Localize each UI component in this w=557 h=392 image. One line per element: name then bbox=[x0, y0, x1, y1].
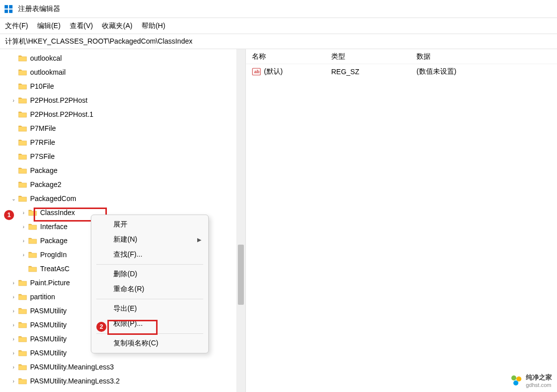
tree-item[interactable]: ›PASMUtility.MeaningLess3.2 bbox=[0, 374, 245, 388]
tree-item-label: ProgIdIn bbox=[40, 251, 67, 259]
ctx-export[interactable]: 导出(E) bbox=[91, 301, 208, 316]
tree-item[interactable]: P10File bbox=[0, 79, 245, 93]
tree-item-label: Package bbox=[40, 237, 67, 245]
context-menu: 展开 新建(N)▶ 查找(F)... 删除(D) 重命名(R) 导出(E) 权限… bbox=[91, 215, 209, 353]
ctx-separator bbox=[96, 264, 203, 265]
menu-view[interactable]: 查看(V) bbox=[70, 22, 93, 31]
tree-item[interactable]: outlookmail bbox=[0, 65, 245, 79]
scrollbar-thumb[interactable] bbox=[238, 245, 244, 305]
window-title: 注册表编辑器 bbox=[18, 5, 60, 14]
tree-expander-icon[interactable]: › bbox=[10, 321, 17, 328]
tree-item[interactable]: P7RFile bbox=[0, 135, 245, 149]
tree-item-label: P7MFile bbox=[30, 124, 56, 132]
value-type: REG_SZ bbox=[331, 68, 416, 76]
tree-item[interactable]: outlookcal bbox=[0, 51, 245, 65]
watermark: 纯净之家 gdhst.com bbox=[510, 373, 552, 388]
ctx-permissions[interactable]: 权限(P)... bbox=[91, 316, 208, 331]
tree-expander-icon[interactable]: ⌄ bbox=[10, 195, 17, 202]
titlebar: 注册表编辑器 bbox=[0, 0, 557, 18]
menu-file[interactable]: 文件(F) bbox=[5, 22, 28, 31]
tree-item-label: Paint.Picture bbox=[30, 279, 70, 287]
list-row[interactable]: ab (默认) REG_SZ (数值未设置) bbox=[246, 64, 557, 79]
tree-item-label: Interface bbox=[40, 223, 67, 231]
value-name: (默认) bbox=[264, 67, 283, 76]
tree-item-label: outlookmail bbox=[30, 68, 66, 76]
tree-expander-icon[interactable]: › bbox=[10, 363, 17, 370]
watermark-logo-icon bbox=[510, 374, 523, 387]
svg-rect-1 bbox=[9, 5, 13, 9]
tree-item-label: PASMUtility.MeaningLess3 bbox=[30, 363, 114, 371]
tree-item-label: P2PHost.P2PHost.1 bbox=[30, 110, 93, 118]
ctx-find[interactable]: 查找(F)... bbox=[91, 247, 208, 262]
tree-expander-icon[interactable]: › bbox=[20, 223, 27, 230]
tree-item[interactable]: ›P2PHost.P2PHost bbox=[0, 93, 245, 107]
tree-expander-icon[interactable]: › bbox=[20, 209, 27, 216]
tree-expander-icon[interactable]: › bbox=[10, 307, 17, 314]
tree-item[interactable]: Package bbox=[0, 163, 245, 177]
tree-expander-icon[interactable]: › bbox=[20, 237, 27, 244]
tree-item-label: partition bbox=[30, 293, 55, 301]
ctx-separator bbox=[96, 299, 203, 299]
tree-item[interactable]: ⌄PackagedCom bbox=[0, 191, 245, 206]
column-type[interactable]: 类型 bbox=[331, 52, 416, 61]
tree-expander-icon[interactable]: › bbox=[20, 251, 27, 258]
tree-expander-icon[interactable]: › bbox=[10, 293, 17, 300]
list-header: 名称 类型 数据 bbox=[246, 49, 557, 64]
addressbar[interactable]: 计算机\HKEY_CLASSES_ROOT\PackagedCom\ClassI… bbox=[0, 34, 557, 49]
tree-item[interactable]: Package2 bbox=[0, 177, 245, 191]
menu-edit[interactable]: 编辑(E) bbox=[37, 22, 61, 31]
annotation-marker-2: 2 bbox=[96, 322, 106, 332]
ctx-delete[interactable]: 删除(D) bbox=[91, 267, 208, 282]
tree-item-label: PASMUtility bbox=[30, 335, 67, 343]
tree-item-label: outlookcal bbox=[30, 54, 62, 62]
tree-item-label: P10File bbox=[30, 82, 54, 90]
tree-expander-icon[interactable]: › bbox=[10, 335, 17, 342]
ctx-rename[interactable]: 重命名(R) bbox=[91, 282, 208, 297]
svg-point-6 bbox=[511, 375, 516, 380]
tree-item[interactable]: ›PASMUtility.MeaningLess3 bbox=[0, 360, 245, 374]
ctx-copy-key-name[interactable]: 复制项名称(C) bbox=[91, 336, 208, 351]
tree-item-label: PASMUtility bbox=[30, 349, 67, 357]
tree-expander-icon[interactable]: › bbox=[10, 97, 17, 104]
main-area: outlookcaloutlookmailP10File›P2PHost.P2P… bbox=[0, 49, 557, 392]
tree-item-label: P7SFile bbox=[30, 152, 55, 160]
tree-item-label: Package bbox=[30, 166, 57, 174]
chevron-right-icon: ▶ bbox=[197, 237, 201, 243]
svg-rect-3 bbox=[9, 10, 13, 13]
ctx-expand[interactable]: 展开 bbox=[91, 217, 208, 232]
column-name[interactable]: 名称 bbox=[246, 52, 331, 61]
tree-item[interactable]: P2PHost.P2PHost.1 bbox=[0, 107, 245, 121]
regedit-icon bbox=[4, 5, 13, 14]
value-data: (数值未设置) bbox=[416, 67, 557, 76]
tree-expander-icon[interactable]: › bbox=[10, 349, 17, 356]
tree-item-label: P2PHost.P2PHost bbox=[30, 96, 87, 104]
tree-item-label: P7RFile bbox=[30, 138, 55, 146]
values-panel: 名称 类型 数据 ab (默认) REG_SZ (数值未设置) bbox=[246, 49, 557, 392]
watermark-name: 纯净之家 bbox=[526, 373, 552, 382]
address-path: 计算机\HKEY_CLASSES_ROOT\PackagedCom\ClassI… bbox=[5, 37, 192, 46]
menu-help[interactable]: 帮助(H) bbox=[142, 22, 165, 31]
svg-rect-2 bbox=[5, 10, 8, 13]
tree-item[interactable]: P7SFile bbox=[0, 149, 245, 163]
string-value-icon: ab bbox=[252, 67, 261, 76]
svg-point-7 bbox=[516, 376, 521, 381]
tree-expander-icon[interactable]: › bbox=[10, 377, 17, 384]
tree-item-label: TreatAsC bbox=[40, 265, 70, 273]
menubar: 文件(F) 编辑(E) 查看(V) 收藏夹(A) 帮助(H) bbox=[0, 18, 557, 34]
tree-expander-icon[interactable]: › bbox=[10, 279, 17, 286]
tree-item-label: ClassIndex bbox=[40, 209, 75, 217]
ctx-new[interactable]: 新建(N)▶ bbox=[91, 232, 208, 247]
annotation-marker-1: 1 bbox=[4, 210, 14, 220]
svg-rect-0 bbox=[5, 5, 8, 9]
tree-item-label: PASMUtility.MeaningLess3.2 bbox=[30, 377, 119, 385]
svg-text:ab: ab bbox=[254, 69, 260, 74]
column-data[interactable]: 数据 bbox=[416, 52, 557, 61]
tree-scrollbar[interactable] bbox=[236, 49, 245, 392]
tree-item[interactable]: P7MFile bbox=[0, 121, 245, 135]
watermark-url: gdhst.com bbox=[526, 382, 552, 388]
menu-favorites[interactable]: 收藏夹(A) bbox=[102, 22, 132, 31]
ctx-separator bbox=[96, 333, 203, 334]
tree-item-label: PackagedCom bbox=[30, 194, 76, 203]
tree-item-label: Package2 bbox=[30, 180, 61, 188]
tree-item-label: PASMUtility bbox=[30, 321, 67, 329]
